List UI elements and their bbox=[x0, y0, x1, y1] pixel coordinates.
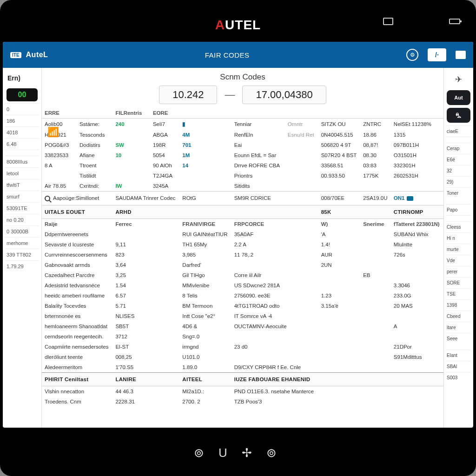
mode-button[interactable]: /· bbox=[428, 48, 446, 61]
right-rail-item[interactable]: Cerap bbox=[446, 143, 471, 154]
tablet-frame: AUTEL ITE AuteL FAIR CODES ⚙ /· Ern) 00 … bbox=[0, 0, 476, 476]
table-row[interactable]: Sevavste d lcusreste9,11TH1 65My2.2 A1.4… bbox=[42, 239, 443, 250]
table-row[interactable]: Aledeermeritom1'70.S51.89.0D9/CXY CRP84R… bbox=[42, 362, 443, 373]
table-row[interactable]: H/29/921TesscondsABGA4MRenfElnEsnu/d Ret… bbox=[42, 130, 443, 140]
left-rail-item[interactable]: 339 TT802 bbox=[5, 249, 40, 260]
signal-icon: 📶 bbox=[47, 126, 59, 138]
tool-icon[interactable]: ⚙ bbox=[406, 49, 418, 61]
app-bar-title: FAIR CODES bbox=[59, 51, 395, 59]
codes-table: ERREFILRentrisEORE Aolib00Sstárne:240Sel… bbox=[42, 108, 443, 407]
table-row[interactable]: Air 78.85Cxritndi:IW3245ASitidits bbox=[42, 181, 443, 192]
table-row[interactable]: Balaíity Tocevdes5.71BM Termoon4tTG1TROA… bbox=[42, 301, 443, 311]
table-row[interactable]: Cazedalhect Parcdre3,25Gil TIHgoCorre ii… bbox=[42, 270, 443, 280]
table-row[interactable]: 8 ATtroent90 AlOh14Drrve ROFRE CBA33568.… bbox=[42, 160, 443, 171]
table-row[interactable]: Vlshin nnecatton44 46.3MI2a1D.:PND O11E6… bbox=[42, 386, 443, 397]
device-status-bar: AUTEL bbox=[3, 8, 473, 42]
right-rail-item[interactable]: Papo bbox=[446, 204, 471, 215]
left-rail: Ern) 00 018640186.488008IIIusletooltfwlt… bbox=[3, 68, 42, 428]
table-row[interactable]: TistilidtT2J4GAPriontrs00.933.501775K260… bbox=[42, 171, 443, 181]
main-panel: Scnm Codes 10.242 — 17.00,04380 📶 ERREFI… bbox=[42, 68, 443, 428]
left-rail-item[interactable]: 4018 bbox=[5, 126, 40, 138]
right-rail-item[interactable] bbox=[446, 137, 471, 143]
table-row[interactable]: Currvreinnescoersenmens8233,98511 78,.2A… bbox=[42, 250, 443, 260]
right-rail-item[interactable]: Cbeed bbox=[446, 311, 471, 322]
device-nav-bar[interactable]: ⊚ U ✢ ⊚ bbox=[0, 438, 476, 468]
right-rail-item[interactable]: TSE bbox=[446, 288, 471, 299]
left-rail-label: Ern) bbox=[5, 72, 40, 86]
left-rail-item[interactable]: 0 bbox=[5, 103, 40, 115]
left-rail-item[interactable]: 186 bbox=[5, 115, 40, 126]
card-icon bbox=[407, 196, 413, 201]
table-row[interactable]: 33823533Afiane1050541MEounn EfdL = SarS0… bbox=[42, 150, 443, 160]
folder-icon[interactable] bbox=[456, 51, 466, 59]
brand-logo: AUTEL bbox=[215, 18, 261, 33]
app-badge: ITE bbox=[10, 52, 21, 58]
table-row[interactable]: hemloaneerm ShanoatldatSB5T4D6 &OUCTAMNV… bbox=[42, 321, 443, 331]
sub-header: RaijeFerrecFRANIVIRGEFRPCORCEW)SnerimefT… bbox=[42, 218, 443, 229]
table-row[interactable]: POG0&#3DodistirsSW198R701Eai506820 4 9T0… bbox=[42, 140, 443, 150]
right-rail-item[interactable]: E6é bbox=[446, 154, 471, 165]
right-rail-item[interactable] bbox=[446, 215, 471, 221]
table-row[interactable]: cerndseorln reegentecih.3712Sng=.0 bbox=[42, 331, 443, 342]
left-rail-item[interactable]: letool bbox=[5, 167, 40, 179]
app-screen: ITE AuteL FAIR CODES ⚙ /· Ern) 00 018640… bbox=[3, 42, 473, 428]
search-icon[interactable] bbox=[45, 196, 50, 201]
status-pill[interactable]: 00 bbox=[7, 88, 38, 101]
left-rail-item[interactable]: smurf bbox=[5, 191, 40, 202]
right-rail-item[interactable]: SORE bbox=[446, 277, 471, 288]
right-rail: ✈ Aut ⛍ ciaeECerapE6é3229)Toner PapoClee… bbox=[443, 68, 473, 428]
left-rail-item[interactable]: 53091TE bbox=[5, 202, 40, 214]
left-rail-item[interactable]: 0 30000B bbox=[5, 225, 40, 237]
left-rail-item[interactable]: 8008IIIus bbox=[5, 156, 40, 167]
search-row: Aapoüge:Simillonet SAUDAMA Trinrer Codec… bbox=[42, 192, 443, 205]
right-rail-item[interactable]: perer bbox=[446, 266, 471, 277]
range-dash: — bbox=[225, 89, 235, 101]
plane-icon[interactable]: ✈ bbox=[446, 72, 471, 87]
range-from[interactable]: 10.242 bbox=[159, 86, 217, 104]
right-rail-item[interactable]: SBAl bbox=[446, 361, 471, 372]
app-logo-text: AuteL bbox=[26, 51, 48, 59]
car-button[interactable]: ⛍ bbox=[447, 108, 470, 123]
table-row[interactable]: Aolib00Sstárne:240Selí7▮TenniarOrnntrSIT… bbox=[42, 119, 443, 130]
left-rail-item[interactable] bbox=[5, 150, 40, 156]
right-rail-item[interactable]: Cleess bbox=[446, 221, 471, 232]
sim-icon bbox=[383, 18, 393, 25]
right-rail-item[interactable]: Hi n bbox=[446, 232, 471, 244]
table-row[interactable]: Coapmiirte nemsedersotesEl-STirmgnd23 d0… bbox=[42, 342, 443, 352]
subheader: Scnm Codes bbox=[42, 68, 443, 85]
table-row[interactable]: dleróliunt teente008,25U101.0S91Mditttus bbox=[42, 352, 443, 362]
auto-button[interactable]: Aut bbox=[447, 90, 470, 105]
table-row[interactable]: DdperntwereenetsRUI GAINtéatTIUR35A0AF'A… bbox=[42, 229, 443, 239]
right-rail-item[interactable]: 1398 bbox=[446, 299, 471, 311]
right-rail-item[interactable]: S003 bbox=[446, 372, 471, 383]
range-row: 10.242 — 17.00,04380 bbox=[42, 85, 443, 108]
left-rail-item[interactable]: 1.79.29 bbox=[5, 260, 40, 272]
right-rail-item[interactable]: ciaeE bbox=[446, 126, 471, 137]
right-rail-item[interactable]: 32 bbox=[446, 165, 471, 176]
table-row[interactable]: heeidc ameberi roufilame6.578 Telis27560… bbox=[42, 291, 443, 301]
left-rail-item[interactable]: tfwltiT bbox=[5, 179, 40, 191]
range-to[interactable]: 17.00,04380 bbox=[242, 86, 326, 104]
right-rail-item[interactable]: Seee bbox=[446, 333, 471, 344]
right-rail-item[interactable]: itare bbox=[446, 322, 471, 333]
table-row[interactable]: Adesistrid tedvansnéce1.54MMivlenibeUS S… bbox=[42, 280, 443, 291]
section-header: PHIRIT CeniltastLANIREAITEELIUZE FABOUAR… bbox=[42, 372, 443, 386]
right-rail-item[interactable]: murte bbox=[446, 244, 471, 255]
right-rail-item[interactable]: 29) bbox=[446, 176, 471, 187]
section-header: UITALS EOUETARHD85KCTIRNOMP bbox=[42, 205, 443, 218]
table-row[interactable]: brternnonée esNLISESIntt Cose "e2°IT Som… bbox=[42, 311, 443, 321]
left-rail-item[interactable]: merhome bbox=[5, 237, 40, 249]
table-row[interactable]: Gabnovaakt arrnds3,64Darfred'2UN bbox=[42, 260, 443, 270]
left-rail-item[interactable]: no 0.20 bbox=[5, 214, 40, 225]
battery-icon bbox=[449, 19, 460, 24]
left-rail-item[interactable]: 6.48 bbox=[5, 138, 40, 150]
right-rail-item[interactable]: Vde bbox=[446, 255, 471, 266]
table-row[interactable]: Troedens. Cnm2228.312700. 2TZB Poos'3 bbox=[42, 397, 443, 407]
app-bar: ITE AuteL FAIR CODES ⚙ /· bbox=[3, 42, 473, 68]
right-rail-item[interactable]: Elant bbox=[446, 350, 471, 361]
right-rail-item[interactable]: Toner bbox=[446, 187, 471, 198]
